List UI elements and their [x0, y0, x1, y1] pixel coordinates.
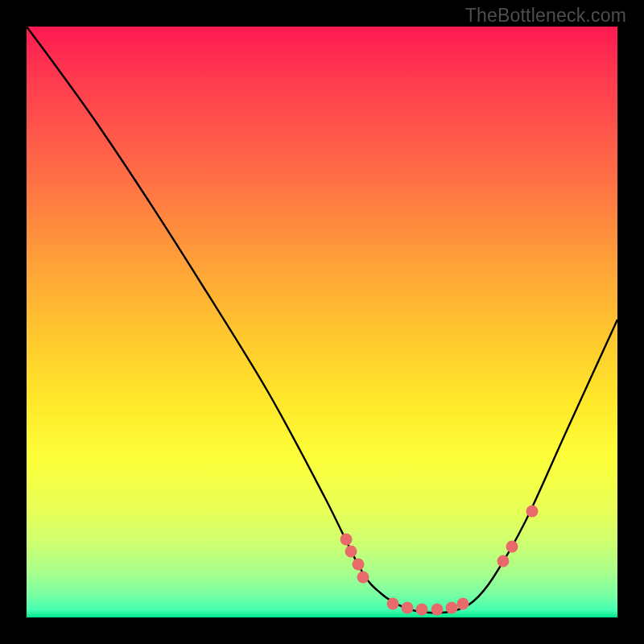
curve-marker: [457, 598, 469, 610]
watermark-text: TheBottleneck.com: [465, 5, 626, 27]
curve-marker: [357, 572, 369, 584]
bottleneck-curve: [27, 27, 617, 613]
curve-marker: [353, 559, 365, 571]
curve-marker: [506, 541, 518, 553]
curve-marker: [345, 546, 357, 558]
chart-svg: [27, 27, 617, 617]
curve-marker: [526, 506, 539, 518]
chart-frame: TheBottleneck.com: [0, 0, 644, 644]
curve-marker: [431, 604, 444, 616]
plot-area: [27, 27, 617, 617]
curve-markers: [341, 506, 539, 616]
curve-marker: [446, 602, 458, 614]
curve-marker: [402, 602, 414, 614]
curve-marker: [387, 598, 399, 610]
curve-marker: [416, 604, 428, 616]
curve-marker: [497, 555, 510, 568]
curve-marker: [341, 534, 353, 546]
